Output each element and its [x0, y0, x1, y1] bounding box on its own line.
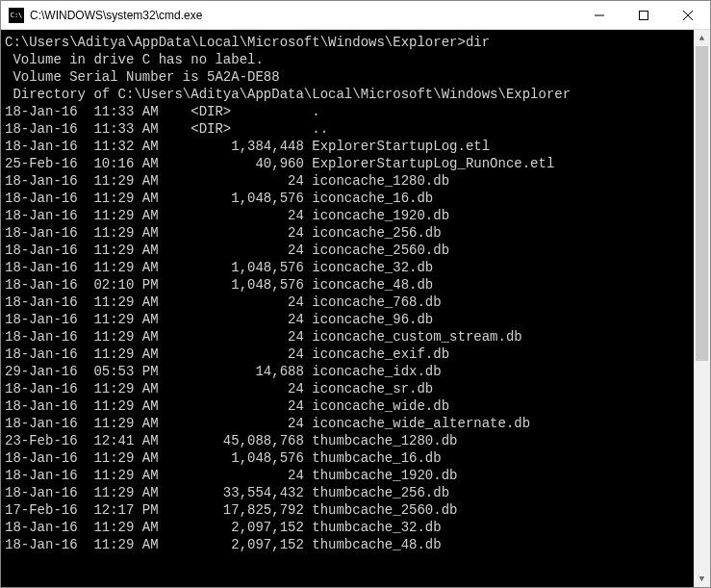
- window-title: C:\WINDOWS\system32\cmd.exe: [30, 9, 577, 22]
- scroll-track[interactable]: [694, 46, 710, 571]
- console-line: 17-Feb-16 12:17 PM 17,825,792 thumbcache…: [5, 501, 694, 519]
- console-line: 18-Jan-16 11:29 AM 2,097,152 thumbcache_…: [5, 536, 694, 553]
- console-line: 18-Jan-16 11:29 AM 2,097,152 thumbcache_…: [5, 519, 694, 536]
- console-line: 25-Feb-16 10:16 AM 40,960 ExplorerStartu…: [5, 155, 694, 172]
- vertical-scrollbar[interactable]: ▲ ▼: [694, 30, 710, 587]
- console-line: C:\Users\Aditya\AppData\Local\Microsoft\…: [5, 34, 694, 51]
- console-line: 23-Feb-16 12:41 AM 45,088,768 thumbcache…: [5, 432, 694, 449]
- titlebar[interactable]: C:\WINDOWS\system32\cmd.exe: [1, 1, 710, 30]
- console-line: Volume in drive C has no label.: [5, 51, 694, 68]
- console-line: Directory of C:\Users\Aditya\AppData\Loc…: [5, 86, 694, 103]
- scroll-down-button[interactable]: ▼: [694, 571, 710, 587]
- cmd-icon: [9, 8, 24, 23]
- svg-rect-1: [640, 11, 648, 19]
- console-line: 18-Jan-16 11:29 AM 24 iconcache_sr.db: [5, 380, 694, 397]
- scroll-thumb[interactable]: [696, 46, 708, 361]
- console-line: 18-Jan-16 11:29 AM 24 iconcache_256.db: [5, 224, 694, 242]
- console-line: 18-Jan-16 11:33 AM <DIR> .: [5, 103, 694, 120]
- window-controls: [577, 1, 710, 29]
- console-line: Volume Serial Number is 5A2A-DE88: [5, 68, 694, 86]
- console-line: 18-Jan-16 11:29 AM 24 iconcache_96.db: [5, 311, 694, 328]
- console-line: 18-Jan-16 11:33 AM <DIR> ..: [5, 120, 694, 138]
- console-line: 18-Jan-16 11:29 AM 24 iconcache_wide_alt…: [5, 415, 694, 432]
- console-line: 18-Jan-16 11:29 AM 24 iconcache_exif.db: [5, 345, 694, 363]
- console-line: 18-Jan-16 11:29 AM 1,048,576 thumbcache_…: [5, 449, 694, 467]
- console-output[interactable]: C:\Users\Aditya\AppData\Local\Microsoft\…: [1, 30, 694, 587]
- console-line: 18-Jan-16 11:29 AM 33,554,432 thumbcache…: [5, 484, 694, 501]
- console-line: 18-Jan-16 02:10 PM 1,048,576 iconcache_4…: [5, 276, 694, 294]
- maximize-button[interactable]: [622, 1, 666, 29]
- cmd-window: C:\WINDOWS\system32\cmd.exe C:\Users\Adi…: [0, 0, 711, 588]
- console-line: 18-Jan-16 11:29 AM 24 iconcache_1280.db: [5, 172, 694, 190]
- console-line: 18-Jan-16 11:29 AM 1,048,576 iconcache_1…: [5, 190, 694, 207]
- console-line: 29-Jan-16 05:53 PM 14,688 iconcache_idx.…: [5, 363, 694, 380]
- console-area: C:\Users\Aditya\AppData\Local\Microsoft\…: [1, 30, 710, 587]
- scroll-up-button[interactable]: ▲: [694, 30, 710, 46]
- console-line: 18-Jan-16 11:29 AM 24 thumbcache_1920.db: [5, 467, 694, 484]
- console-line: 18-Jan-16 11:29 AM 24 iconcache_2560.db: [5, 242, 694, 259]
- console-line: 18-Jan-16 11:32 AM 1,384,448 ExplorerSta…: [5, 138, 694, 155]
- console-line: 18-Jan-16 11:29 AM 24 iconcache_1920.db: [5, 207, 694, 224]
- console-line: 18-Jan-16 11:29 AM 24 iconcache_768.db: [5, 294, 694, 311]
- console-line: 18-Jan-16 11:29 AM 24 iconcache_custom_s…: [5, 328, 694, 345]
- console-line: 18-Jan-16 11:29 AM 1,048,576 iconcache_3…: [5, 259, 694, 276]
- minimize-button[interactable]: [577, 1, 622, 29]
- console-line: 18-Jan-16 11:29 AM 24 iconcache_wide.db: [5, 397, 694, 415]
- close-button[interactable]: [666, 1, 710, 29]
